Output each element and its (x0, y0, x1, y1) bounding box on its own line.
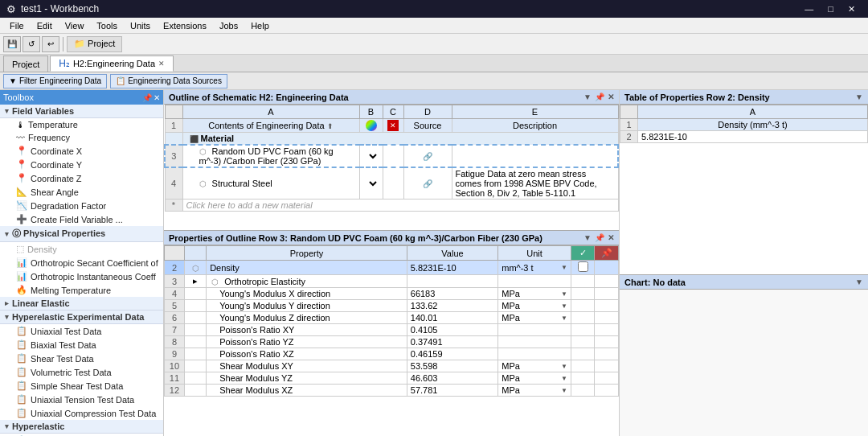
project-button[interactable]: 📁 Project (67, 36, 122, 52)
props-row-10-unit[interactable]: MPa ▼ (502, 361, 567, 371)
chart-controls: ▼ (855, 278, 863, 286)
outline-row-4-dropdown[interactable]: ▼ (363, 178, 379, 189)
props-row-12-unit[interactable]: MPa ▼ (502, 385, 567, 395)
outline-row-new[interactable]: * Click here to add a new material (165, 199, 618, 212)
toolbox-item-uniaxial-tension[interactable]: 📋 Uniaxial Tension Test Data (0, 393, 163, 406)
props-row-8-b[interactable]: 0.37491 (407, 336, 497, 348)
props-row-11-unit[interactable]: MPa ▼ (502, 373, 567, 383)
toolbox-item-biaxial-test[interactable]: 📋 Biaxial Test Data (0, 338, 163, 352)
properties-row-4[interactable]: 4 Young's Modulus X direction 66183 MPa … (165, 288, 619, 300)
tab-close-btn[interactable]: ✕ (158, 60, 165, 68)
outline-row-4[interactable]: 4 ⬡ Structural Steel ▼ 🔗 (165, 167, 618, 199)
props-row-3-expand[interactable]: ▸ (184, 275, 206, 288)
toolbox-item-uniaxial-test[interactable]: 📋 Uniaxial Test Data (0, 324, 163, 338)
toolbox-item-ortho-instant[interactable]: 📊 Orthotropic Instantaneous Coeff (0, 269, 163, 283)
tp-row-2[interactable]: 2 5.8231E-10 (620, 131, 868, 143)
props-row-12-c: MPa ▼ (498, 385, 571, 397)
props-row-6-b[interactable]: 140.01 (407, 312, 497, 324)
properties-row-9[interactable]: 9 Poisson's Ratio XZ 0.46159 (165, 348, 619, 360)
toolbox-item-simple-shear[interactable]: 📋 Simple Shear Test Data (0, 379, 163, 393)
item-icon-frequency: 〰 (16, 133, 25, 142)
menu-jobs[interactable]: Jobs (213, 19, 244, 32)
toolbox-item-shear-test[interactable]: 📋 Shear Test Data (0, 352, 163, 365)
props-row-2-unit-dropdown[interactable]: mm^-3 t ▼ (502, 263, 567, 273)
maximize-button[interactable]: □ (821, 0, 840, 18)
toolbar-btn-2[interactable]: ↺ (23, 36, 40, 52)
toolbox-item-shear-angle[interactable]: 📐 Shear Angle (0, 185, 163, 199)
toolbox-item-coord-x[interactable]: 📍 Coordinate X (0, 144, 163, 158)
outline-row-1-b (359, 119, 383, 133)
props-row-4-b[interactable]: 66183 (407, 288, 497, 300)
properties-row-2[interactable]: 2 ⬡ Density 5.8231E-10 mm^-3 t ▼ (165, 261, 619, 275)
toolbox-item-degradation-factor[interactable]: 📉 Degradation Factor (0, 199, 163, 212)
filter-engineering-data-button[interactable]: ▼ Filter Engineering Data (3, 74, 107, 88)
section-linear-elastic-header[interactable]: ▸ Linear Elastic (0, 297, 163, 311)
section-physical-properties-header[interactable]: ▾ ⓪ Physical Properties (0, 226, 163, 242)
toolbox-item-ortho-secant[interactable]: 📊 Orthotropic Secant Coefficient of (0, 256, 163, 269)
props-row-5-b[interactable]: 133.62 (407, 300, 497, 312)
outline-dropdown-btn[interactable]: ▼ (583, 93, 592, 101)
filter-label: Filter Engineering Data (19, 76, 101, 85)
tab-engineering-data[interactable]: H₂ H2:Engineering Data ✕ (50, 56, 174, 72)
outline-pin-btn[interactable]: 📌 (595, 93, 604, 101)
toolbox-item-temperature[interactable]: 🌡 Temperature (0, 118, 163, 131)
properties-row-11[interactable]: 11 Shear Modulus YZ 46.603 MPa ▼ (165, 372, 619, 385)
toolbox-item-density[interactable]: ⬚ Density (0, 242, 163, 256)
engineering-data-sources-button[interactable]: 📋 Engineering Data Sources (110, 74, 227, 88)
properties-row-12[interactable]: 12 Shear Modulus XZ 57.781 MPa ▼ (165, 385, 619, 397)
props-row-7-b[interactable]: 0.4105 (407, 324, 497, 336)
properties-row-6[interactable]: 6 Young's Modulus Z direction 140.01 MPa… (165, 312, 619, 324)
toolbox-item-create-field-var[interactable]: ➕ Create Field Variable ... (0, 212, 163, 226)
props-col-num (165, 246, 185, 261)
props-row-2-value[interactable]: 5.8231E-10 (407, 261, 497, 275)
properties-close-btn[interactable]: ✕ (608, 233, 614, 242)
outline-row-3-dropdown[interactable]: ▼ (363, 150, 379, 162)
outline-close-btn[interactable]: ✕ (608, 93, 614, 101)
section-field-variables-header[interactable]: ▾ Field Variables (0, 105, 163, 118)
menu-edit[interactable]: Edit (31, 19, 59, 32)
toolbox-item-frequency[interactable]: 〰 Frequency (0, 131, 163, 144)
props-row-9-b[interactable]: 0.46159 (407, 348, 497, 360)
tab-project[interactable]: Project (3, 56, 48, 72)
menu-tools[interactable]: Tools (90, 19, 124, 32)
toolbox-item-melting-temp[interactable]: 🔥 Melting Temperature (0, 283, 163, 297)
toolbox-item-volumetric-test[interactable]: 📋 Volumetric Test Data (0, 365, 163, 379)
props-row-5-unit[interactable]: MPa ▼ (502, 301, 567, 311)
props-row-2-d[interactable] (571, 261, 594, 275)
props-row-2-checkbox[interactable] (578, 261, 588, 272)
toolbox-pin-btn[interactable]: 📌 (142, 93, 152, 102)
props-row-12-b[interactable]: 57.781 (407, 385, 497, 397)
table-props-dropdown[interactable]: ▼ (855, 93, 863, 101)
toolbox-close-btn[interactable]: ✕ (154, 93, 160, 102)
toolbar-btn-1[interactable]: 💾 (3, 36, 21, 52)
section-hyperelastic-header[interactable]: ▾ Hyperelastic (0, 420, 163, 434)
menu-help[interactable]: Help (244, 19, 276, 32)
section-hyperelastic-exp-header[interactable]: ▾ Hyperelastic Experimental Data (0, 311, 163, 324)
properties-row-5[interactable]: 5 Young's Modulus Y direction 133.62 MPa… (165, 300, 619, 312)
toolbar-btn-3[interactable]: ↩ (42, 36, 59, 52)
properties-pin-btn[interactable]: 📌 (595, 233, 604, 242)
properties-row-7[interactable]: 7 Poisson's Ratio XY 0.4105 (165, 324, 619, 336)
toolbox-item-uniaxial-compression[interactable]: 📋 Uniaxial Compression Test Data (0, 406, 163, 420)
chart-dropdown-btn[interactable]: ▼ (855, 278, 863, 286)
menu-extensions[interactable]: Extensions (157, 19, 213, 32)
outline-panel-header: Outline of Schematic H2: Engineering Dat… (164, 90, 619, 105)
toolbox-item-coord-z[interactable]: 📍 Coordinate Z (0, 171, 163, 185)
outline-row-3[interactable]: 3 ⬡ Random UD PVC Foam (60 kg m^-3) /Car… (165, 145, 618, 167)
properties-row-10[interactable]: 10 Shear Modulus XY 53.598 MPa ▼ (165, 360, 619, 372)
tp-row-2-a[interactable]: 5.8231E-10 (638, 131, 868, 143)
menu-units[interactable]: Units (124, 19, 157, 32)
close-button[interactable]: ✕ (841, 0, 862, 18)
props-row-11-b[interactable]: 46.603 (407, 372, 497, 385)
props-row-10-b[interactable]: 53.598 (407, 360, 497, 372)
outline-row-1[interactable]: 1 Contents of Engineering Data ⬆ ✕ (165, 119, 618, 133)
outline-row-new-label[interactable]: Click here to add a new material (182, 199, 618, 212)
properties-dropdown-btn[interactable]: ▼ (583, 233, 592, 242)
toolbox-item-coord-y[interactable]: 📍 Coordinate Y (0, 158, 163, 171)
properties-row-8[interactable]: 8 Poisson's Ratio YZ 0.37491 (165, 336, 619, 348)
props-row-4-unit[interactable]: MPa ▼ (502, 289, 567, 298)
menu-file[interactable]: File (3, 19, 31, 32)
menu-view[interactable]: View (59, 19, 91, 32)
props-row-6-unit[interactable]: MPa ▼ (502, 313, 567, 323)
minimize-button[interactable]: — (798, 0, 820, 18)
